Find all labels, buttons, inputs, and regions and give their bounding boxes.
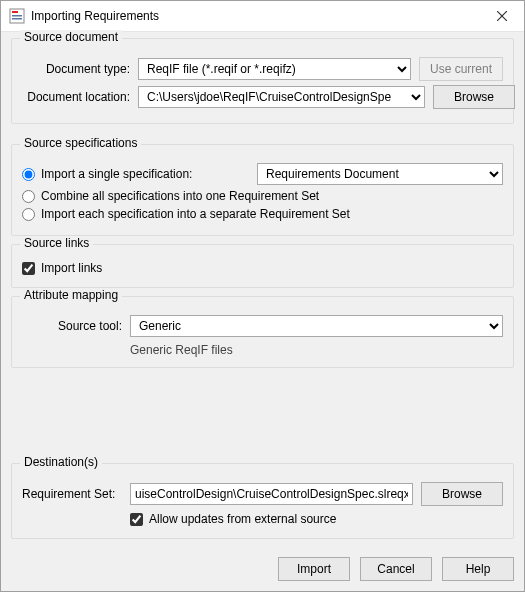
group-source-document: Source document Document type: ReqIF fil… — [11, 38, 514, 124]
source-tool-hint: Generic ReqIF files — [130, 341, 503, 357]
group-source-links: Source links Import links — [11, 244, 514, 288]
radio-each-spec[interactable] — [22, 208, 35, 221]
label-single-spec: Import a single specification: — [41, 167, 251, 181]
dialog-footer: Import Cancel Help — [1, 549, 524, 591]
checkbox-allow-updates[interactable] — [130, 513, 143, 526]
checkbox-import-links[interactable] — [22, 262, 35, 275]
use-current-button[interactable]: Use current — [419, 57, 503, 81]
document-location-select[interactable]: C:\Users\jdoe\ReqIF\CruiseControlDesignS… — [138, 86, 425, 108]
label-document-location: Document location: — [22, 90, 130, 104]
label-requirement-set: Requirement Set: — [22, 487, 122, 501]
browse-source-button[interactable]: Browse — [433, 85, 515, 109]
dialog-window: Importing Requirements Source document D… — [0, 0, 525, 592]
label-import-links: Import links — [41, 261, 102, 275]
legend-destinations: Destination(s) — [20, 455, 102, 469]
legend-source-document: Source document — [20, 30, 122, 44]
svg-rect-3 — [12, 18, 22, 20]
label-document-type: Document type: — [22, 62, 130, 76]
requirement-set-field[interactable] — [130, 483, 413, 505]
cancel-button[interactable]: Cancel — [360, 557, 432, 581]
svg-rect-2 — [12, 15, 22, 17]
browse-destination-button[interactable]: Browse — [421, 482, 503, 506]
source-tool-select[interactable]: Generic — [130, 315, 503, 337]
label-each-spec: Import each specification into a separat… — [41, 207, 350, 221]
client-area: Source document Document type: ReqIF fil… — [1, 32, 524, 549]
close-icon — [497, 11, 507, 21]
title-bar: Importing Requirements — [1, 1, 524, 32]
svg-rect-1 — [12, 11, 18, 13]
radio-single-spec[interactable] — [22, 168, 35, 181]
group-attribute-mapping: Attribute mapping Source tool: Generic G… — [11, 296, 514, 368]
single-spec-select[interactable]: Requirements Document — [257, 163, 503, 185]
help-button[interactable]: Help — [442, 557, 514, 581]
legend-attribute-mapping: Attribute mapping — [20, 288, 122, 302]
label-combine-specs: Combine all specifications into one Requ… — [41, 189, 319, 203]
legend-source-links: Source links — [20, 236, 93, 250]
group-destinations: Destination(s) Requirement Set: Browse A… — [11, 463, 514, 539]
import-button[interactable]: Import — [278, 557, 350, 581]
radio-combine-specs[interactable] — [22, 190, 35, 203]
window-title: Importing Requirements — [31, 9, 479, 23]
label-allow-updates: Allow updates from external source — [149, 512, 336, 526]
group-source-specifications: Source specifications Import a single sp… — [11, 144, 514, 236]
label-source-tool: Source tool: — [22, 319, 122, 333]
app-icon — [9, 8, 25, 24]
close-button[interactable] — [479, 1, 524, 31]
document-type-select[interactable]: ReqIF file (*.reqif or *.reqifz) — [138, 58, 411, 80]
legend-source-specifications: Source specifications — [20, 136, 141, 150]
